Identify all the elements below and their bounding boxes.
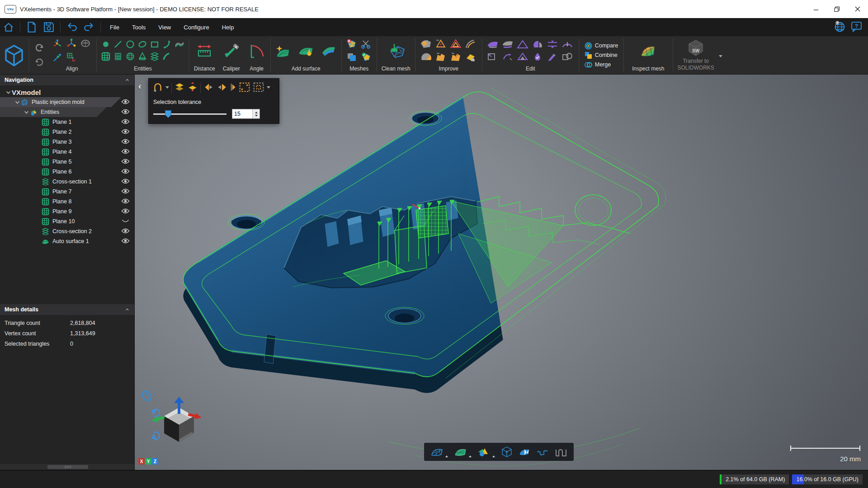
selection-tools-dropdown-icon[interactable] [267, 86, 270, 90]
tolerance-slider[interactable] [153, 113, 226, 115]
flip-selection-button[interactable] [229, 82, 236, 94]
distance-button[interactable]: Distance [190, 36, 219, 74]
tree-item-plane-3[interactable]: Plane 3 [0, 137, 134, 147]
align-grid-button[interactable] [66, 52, 78, 65]
align-best-fit-button[interactable] [52, 38, 64, 51]
visibility-eye-icon[interactable] [121, 238, 130, 244]
edit-waterproof-button[interactable] [532, 52, 544, 63]
edit-boolean-button[interactable] [561, 52, 574, 63]
edit-scale-button[interactable] [547, 40, 559, 51]
validate-mesh-button[interactable] [360, 52, 372, 64]
tree-item-plane-2[interactable]: Plane 2 [0, 127, 134, 137]
spin-down-button[interactable] [253, 114, 259, 118]
navigation-header[interactable]: Navigation [0, 75, 134, 85]
edit-offset-button[interactable] [502, 40, 514, 51]
edit-surface-button[interactable] [487, 40, 500, 51]
remove-spikes-button[interactable] [435, 39, 448, 51]
tree-item-plane-7[interactable]: Plane 7 [0, 187, 134, 197]
entity-point-button[interactable] [101, 40, 110, 51]
align-entity-button[interactable] [66, 38, 78, 51]
free-form-selection-button[interactable] [152, 82, 163, 94]
add-surface-wizard-button[interactable] [275, 44, 292, 59]
entity-line-button[interactable] [113, 40, 123, 51]
visibility-eye-icon[interactable] [121, 158, 130, 165]
tree-item-plastic-injection-mold[interactable]: Plastic injection mold [0, 97, 134, 107]
entity-sphere-button[interactable] [126, 52, 135, 63]
restore-button[interactable] [826, 0, 847, 18]
panel-collapse-chevron-icon[interactable]: ‹ [138, 81, 142, 91]
chevron-down-icon[interactable] [23, 110, 30, 115]
select-through-button[interactable] [174, 82, 185, 94]
chevron-down-icon[interactable] [5, 90, 12, 95]
entity-cone-button[interactable] [138, 52, 147, 63]
visibility-eye-icon[interactable] [121, 198, 130, 205]
entity-rectangle-button[interactable] [150, 40, 159, 51]
combine-button[interactable]: Combine [585, 52, 618, 59]
surface-display-dropdown-icon[interactable] [469, 454, 472, 457]
duplicate-mesh-button[interactable] [346, 52, 358, 64]
entities-display-dropdown-icon[interactable] [492, 454, 495, 457]
entity-arc-button[interactable] [162, 40, 171, 51]
bounding-box-button[interactable] [501, 446, 513, 458]
panel-horizontal-scrollbar[interactable] [0, 463, 134, 470]
close-button[interactable] [847, 0, 868, 18]
entity-cross-section-button[interactable] [150, 52, 159, 63]
patch-button[interactable] [450, 52, 462, 64]
mesh-display-button[interactable] [430, 446, 448, 457]
ribbon-redo-button[interactable] [34, 56, 45, 69]
grow-selection-button[interactable] [239, 82, 250, 94]
visibility-eye-icon[interactable] [121, 108, 130, 115]
visibility-eye-closed-icon[interactable] [121, 218, 130, 225]
add-surface-manual-button[interactable] [298, 44, 314, 59]
feedback-button[interactable]: ? [850, 20, 863, 34]
save-button[interactable] [41, 20, 57, 34]
cross-section-view-button[interactable] [536, 446, 549, 458]
clipping-plane-button[interactable] [519, 446, 530, 458]
add-surface-fit-button[interactable] [321, 44, 337, 59]
entity-polyline-button[interactable] [175, 40, 184, 51]
menu-tools[interactable]: Tools [126, 18, 152, 36]
visibility-eye-icon[interactable] [121, 168, 130, 175]
edit-split-button[interactable] [532, 40, 544, 51]
split-mesh-button[interactable] [360, 39, 372, 51]
merge-button[interactable]: Merge [585, 61, 618, 69]
edit-bend-button[interactable] [502, 52, 514, 63]
visibility-eye-icon[interactable] [121, 148, 130, 155]
edit-resize-button[interactable] [487, 52, 500, 63]
viewport-3d[interactable]: ‹ [135, 75, 868, 470]
entities-display-button[interactable] [477, 446, 495, 457]
slider-thumb[interactable] [165, 110, 171, 118]
edit-thickness-button[interactable] [561, 40, 574, 51]
visibility-eye-icon[interactable] [121, 188, 130, 195]
boundary-smooth-button[interactable] [465, 39, 477, 51]
mesh-details-header[interactable]: Mesh details [0, 304, 134, 315]
menu-view[interactable]: View [152, 18, 177, 36]
fill-holes-button[interactable] [420, 39, 433, 51]
tree-item-entities[interactable]: Entities [0, 107, 134, 117]
edit-taper-button[interactable] [517, 52, 529, 63]
ribbon-undo-button[interactable] [34, 42, 45, 55]
fill-partial-button[interactable] [420, 52, 433, 64]
visibility-eye-icon[interactable] [121, 118, 130, 125]
mesh-display-dropdown-icon[interactable] [445, 454, 448, 457]
inspect-mesh-button[interactable]: Inspect mesh [625, 36, 671, 74]
curvature-view-button[interactable] [555, 446, 567, 458]
undo-button[interactable] [64, 20, 80, 34]
menu-configure[interactable]: Configure [177, 18, 215, 36]
visibility-eye-icon[interactable] [121, 178, 130, 185]
online-help-button[interactable]: ? [834, 20, 846, 34]
visibility-eye-icon[interactable] [121, 208, 130, 215]
visibility-eye-icon[interactable] [121, 138, 130, 145]
minimize-button[interactable] [806, 0, 826, 18]
entity-circle-button[interactable] [126, 40, 135, 51]
tree-item-auto-surface-1[interactable]: Auto surface 1 [0, 236, 134, 246]
tree-item-plane-9[interactable]: Plane 9 [0, 206, 134, 216]
entity-ellipse-button[interactable] [138, 40, 147, 51]
edit-triangle-button[interactable] [517, 40, 529, 51]
redo-button[interactable] [81, 20, 97, 34]
selection-mode-dropdown-icon[interactable] [165, 86, 169, 90]
compare-button[interactable]: Compare [585, 42, 618, 50]
edit-sculpt-button[interactable] [547, 52, 559, 63]
tree-item-cross-section-2[interactable]: Cross-section 2 [0, 226, 134, 236]
tree-item-vxmodel[interactable]: VXmodel [0, 87, 134, 97]
